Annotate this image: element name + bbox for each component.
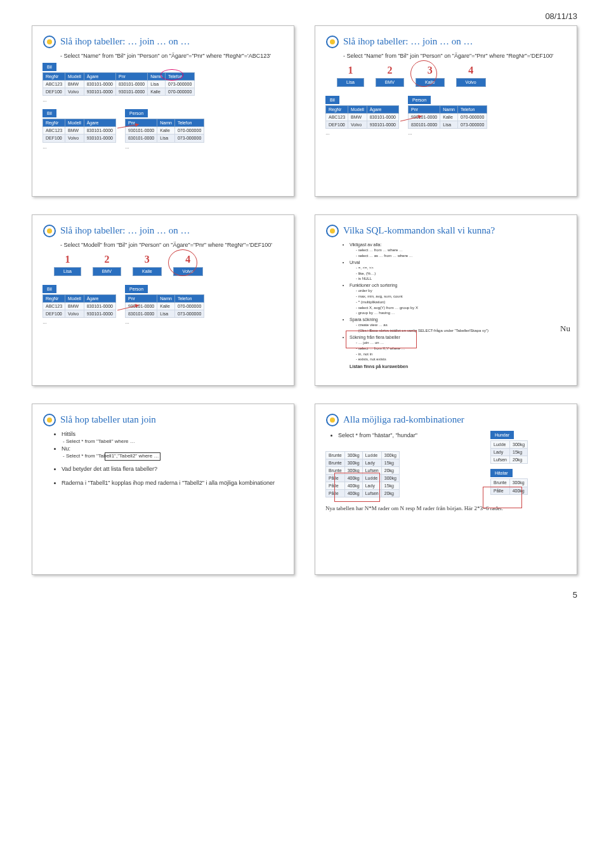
val-1: Lisa bbox=[337, 78, 364, 86]
val-1: Lisa bbox=[54, 267, 81, 275]
slide-6: Alla möjliga rad-kombinationer Select * … bbox=[315, 404, 577, 575]
slide-1: Slå ihop tabeller: … join … on … - Selec… bbox=[32, 25, 294, 197]
slide-subtitle: - Select "Name" from "Bil" join "Person"… bbox=[60, 53, 284, 60]
topic-subitem: group by … having … bbox=[356, 311, 566, 316]
bullet-answer: Raderna i "Tabell1" kopplas ihop med rad… bbox=[62, 480, 284, 487]
table-caption-bil2: Bil bbox=[43, 109, 56, 117]
bullet-hittils: Hittils - Select * from "Tabell" where … bbox=[62, 431, 284, 445]
hundar-caption: Hundar bbox=[490, 431, 514, 439]
highlight-box-icon bbox=[334, 473, 380, 502]
step-2: 2 bbox=[387, 64, 392, 77]
topic-subitem: select … as … from … where … bbox=[356, 254, 566, 259]
step-1: 1 bbox=[348, 64, 353, 77]
slide-title: Slå ihop tabeller: … join … on … bbox=[343, 36, 473, 48]
person-table: PnrNamnTelefon930101-0000Kalle070-000000… bbox=[125, 119, 204, 142]
slide-5: Slå hop tabeller utan join Hittils - Sel… bbox=[32, 404, 294, 575]
table-caption-bil: Bil bbox=[43, 63, 56, 71]
highlight-box-icon bbox=[483, 487, 522, 508]
step-1: 1 bbox=[65, 253, 70, 266]
topic-subitem: is NULL bbox=[356, 277, 566, 282]
box-highlight-icon bbox=[105, 452, 160, 461]
kth-logo-icon bbox=[43, 413, 56, 427]
svg-point-1 bbox=[47, 39, 52, 44]
table-caption-bil: Bil bbox=[43, 285, 56, 293]
topic-item: Viktigast av alla:select … from … where … bbox=[350, 242, 566, 259]
svg-point-13 bbox=[330, 228, 335, 233]
val-3: Kalle bbox=[133, 267, 162, 275]
bullet-sub: - Select * from "Tabell1","Tabell2" wher… bbox=[63, 453, 284, 459]
highlight-circle-icon bbox=[168, 249, 197, 276]
bullet-question: Vad betyder det att lista flera tabeller… bbox=[62, 466, 284, 473]
topic-subitem: max, min, avg, sum, count bbox=[356, 294, 566, 299]
kth-logo-icon bbox=[325, 35, 339, 49]
slide-title: Vilka SQL-kommandon skall vi kunna? bbox=[343, 225, 495, 237]
val-2: BMV bbox=[376, 78, 404, 86]
slide-title: Slå ihop tabeller: … join … on … bbox=[60, 36, 190, 48]
svg-point-17 bbox=[330, 418, 335, 423]
page-number: 5 bbox=[0, 588, 609, 615]
val-2: BMV bbox=[93, 267, 121, 275]
val-4: Volvo bbox=[456, 78, 486, 86]
topic-subitem: * (multiplikation) bbox=[356, 300, 566, 305]
table-caption-person: Person bbox=[408, 96, 431, 104]
slide-4: Vilka SQL-kommandon skall vi kunna? Vikt… bbox=[315, 214, 577, 386]
step-2: 2 bbox=[104, 253, 109, 266]
table-caption-person: Person bbox=[125, 109, 148, 117]
page-date: 08/11/13 bbox=[545, 11, 577, 21]
slide-title: Slå hop tabeller utan join bbox=[60, 414, 156, 426]
svg-point-9 bbox=[47, 228, 52, 233]
svg-point-15 bbox=[47, 418, 52, 423]
table-caption-bil: Bil bbox=[325, 96, 339, 104]
slide-title: Alla möjliga rad-kombinationer bbox=[343, 414, 464, 426]
bil-table: RegNrModellÄgareABC123BMW830101-0000DEF1… bbox=[43, 294, 116, 318]
kth-logo-icon bbox=[43, 224, 56, 238]
slide-subtitle: - Select "Name" from "Bil" join "Person"… bbox=[343, 53, 566, 60]
listan-note: Listan finns på kurswebben bbox=[350, 364, 566, 369]
step-4: 4 bbox=[468, 64, 473, 77]
svg-point-5 bbox=[330, 39, 335, 44]
highlight-circle-icon bbox=[160, 69, 183, 81]
topic-subitem: in, not in bbox=[356, 352, 566, 357]
topic-subitem: order by bbox=[356, 289, 566, 294]
slide-2: Slå ihop tabeller: … join … on … - Selec… bbox=[315, 25, 577, 197]
topic-subitem: exists, not exists bbox=[356, 357, 566, 362]
topic-subitem: select X, avg(Y) from … group by X bbox=[356, 306, 566, 311]
highlight-box-icon bbox=[346, 331, 417, 348]
topic-item: Urval=, <=, >>like, (%…)is NULL bbox=[350, 260, 566, 282]
kth-logo-icon bbox=[325, 224, 339, 238]
topic-item: Funktioner och sorteringorder bymax, min… bbox=[350, 282, 566, 316]
bullet-sub: - Select * from "Tabell" where … bbox=[63, 438, 284, 445]
person-table: PnrNamnTelefon930101-0000Kalle070-000000… bbox=[408, 105, 487, 129]
kth-logo-icon bbox=[325, 413, 339, 427]
person-table: PnrNamnTelefon930101-0000Kalle070-000000… bbox=[125, 294, 204, 318]
topic-subitem: create view … as bbox=[356, 323, 566, 328]
table-caption-person: Person bbox=[125, 285, 148, 293]
topic-subitem: =, <=, >> bbox=[356, 266, 566, 271]
topic-subitem: select … from … where … bbox=[356, 248, 566, 253]
hundar-table: Ludde300kgLady15kgLufsen20kg bbox=[490, 440, 528, 464]
slide-3: Slå ihop tabeller: … join … on … - Selec… bbox=[32, 214, 294, 386]
nu-label: Nu bbox=[560, 324, 570, 334]
highlight-circle-icon bbox=[410, 60, 437, 87]
hastar-caption: Hästar bbox=[490, 469, 513, 477]
bil-table: RegNrModellÄgareABC123BMW830101-0000DEF1… bbox=[325, 105, 399, 129]
bullet-nu: Nu: - Select * from "Tabell1","Tabell2" … bbox=[62, 445, 284, 459]
slide-title: Slå ihop tabeller: … join … on … bbox=[60, 225, 190, 237]
step-3: 3 bbox=[145, 253, 150, 266]
topic-subitem: like, (%…) bbox=[356, 272, 566, 277]
select-query: Select * from "hästar", "hundar" bbox=[338, 432, 481, 440]
bil-table: RegNrModellÄgareABC123BMW830101-0000DEF1… bbox=[43, 119, 116, 142]
table-caption-text: Nya tabellen har N*M rader om N resp M r… bbox=[325, 505, 566, 513]
slide-subtitle: - Select "Modell" from "Bil" join "Perso… bbox=[60, 242, 284, 249]
kth-logo-icon bbox=[43, 35, 56, 49]
